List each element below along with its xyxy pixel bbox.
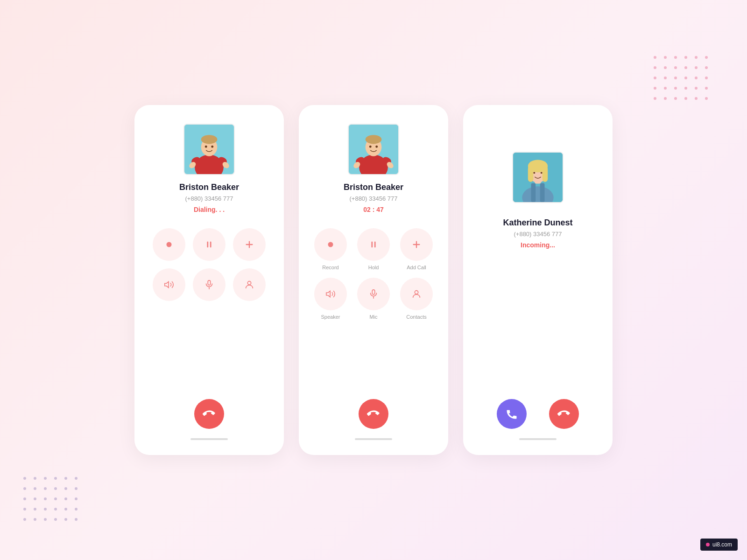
phone-end-icon-incall [367, 407, 380, 420]
end-call-button-incall[interactable] [359, 399, 388, 429]
record-icon-incall [325, 239, 336, 250]
phone-end-icon [203, 407, 216, 420]
svg-rect-40 [543, 166, 548, 182]
dot [54, 497, 57, 500]
action-grid-incall: Record Hold Add Call [312, 228, 435, 320]
dot [684, 97, 687, 100]
hold-button-dialing[interactable] [193, 228, 226, 261]
add-call-button-dialing[interactable] [233, 228, 266, 261]
phone-decline-icon [557, 407, 571, 420]
dot [654, 77, 656, 79]
record-label: Record [322, 265, 338, 270]
bottom-indicator-incall [355, 438, 392, 440]
dot [44, 477, 47, 480]
dot [705, 77, 708, 79]
decline-button[interactable] [549, 399, 579, 429]
dot [684, 87, 687, 90]
speaker-button-dialing[interactable] [153, 268, 185, 301]
action-item-speaker: Speaker [312, 278, 349, 320]
dot [75, 497, 78, 500]
dot [23, 497, 26, 500]
svg-point-5 [205, 146, 207, 148]
plus-icon [244, 239, 254, 250]
dialing-card: Briston Beaker (+880) 33456 777 Dialing.… [134, 105, 284, 455]
dot [674, 97, 677, 100]
record-button-dialing[interactable] [153, 228, 185, 261]
mic-button-dialing[interactable] [193, 268, 226, 301]
dot [664, 97, 667, 100]
dot-grid-bottom-left [23, 477, 79, 523]
record-button-incall[interactable] [314, 228, 347, 261]
dot [684, 66, 687, 69]
mic-button-incall[interactable] [357, 278, 390, 310]
speaker-icon-incall [325, 289, 336, 299]
dot [64, 508, 67, 511]
contacts-button-incall[interactable] [400, 278, 433, 310]
call-status-incoming: Incoming... [521, 241, 555, 249]
dot [695, 77, 698, 79]
dot [705, 97, 708, 100]
contact-photo-incall [348, 124, 399, 175]
end-call-button-dialing[interactable] [194, 399, 224, 429]
pause-icon-incall [368, 239, 379, 250]
action-grid-dialing [153, 228, 266, 301]
svg-rect-31 [372, 290, 375, 294]
dot [64, 497, 67, 500]
dot [684, 56, 687, 59]
watermark-dot [706, 543, 710, 546]
mic-label: Mic [369, 314, 377, 320]
dot [664, 87, 667, 90]
dot [654, 87, 656, 90]
incoming-card: Katherine Dunest (+880) 33456 777 Incomi… [463, 105, 613, 455]
speaker-button-incall[interactable] [314, 278, 347, 310]
contact-name-incoming: Katherine Dunest [503, 218, 572, 228]
dot [44, 518, 47, 521]
call-status-dialing: Dialing. . . [194, 206, 225, 213]
pause-icon [204, 239, 214, 250]
svg-rect-43 [531, 183, 536, 202]
svg-rect-13 [210, 242, 211, 248]
plus-icon-incall [411, 239, 422, 250]
dot [64, 487, 67, 490]
dot [705, 66, 708, 69]
svg-point-28 [328, 242, 333, 247]
dot [705, 56, 708, 59]
dot [64, 518, 67, 521]
dot [674, 66, 677, 69]
mic-icon [204, 280, 214, 290]
dot [664, 66, 667, 69]
dot [54, 518, 57, 521]
hold-button-incall[interactable] [357, 228, 390, 261]
in-call-card: Briston Beaker (+880) 33456 777 02 : 47 … [299, 105, 448, 455]
dot-grid-top-right [654, 56, 710, 102]
dot [44, 487, 47, 490]
contact-name-incall: Briston Beaker [344, 182, 403, 192]
call-status-incall: 02 : 47 [363, 206, 384, 213]
svg-rect-14 [208, 280, 211, 285]
dot [23, 508, 26, 511]
add-call-button-incall[interactable] [400, 228, 433, 261]
dot [34, 518, 36, 521]
answer-button[interactable] [497, 399, 527, 429]
svg-point-23 [375, 146, 378, 148]
dot [75, 477, 78, 480]
contacts-icon-incall [411, 289, 422, 299]
contacts-button-dialing[interactable] [233, 268, 266, 301]
dot [23, 477, 26, 480]
contacts-label: Contacts [406, 314, 426, 320]
mic-icon-incall [368, 289, 379, 299]
dot [54, 477, 57, 480]
dot [695, 56, 698, 59]
watermark: ui8.com [700, 539, 738, 551]
dot [695, 66, 698, 69]
dot [75, 487, 78, 490]
bottom-indicator-incoming [519, 438, 557, 440]
dot [44, 508, 47, 511]
dot [695, 97, 698, 100]
incoming-buttons [497, 399, 579, 429]
svg-point-11 [167, 242, 172, 247]
dot [664, 77, 667, 79]
record-icon [164, 239, 174, 250]
action-item-mic: Mic [355, 278, 392, 320]
phone-answer-icon [505, 407, 518, 420]
